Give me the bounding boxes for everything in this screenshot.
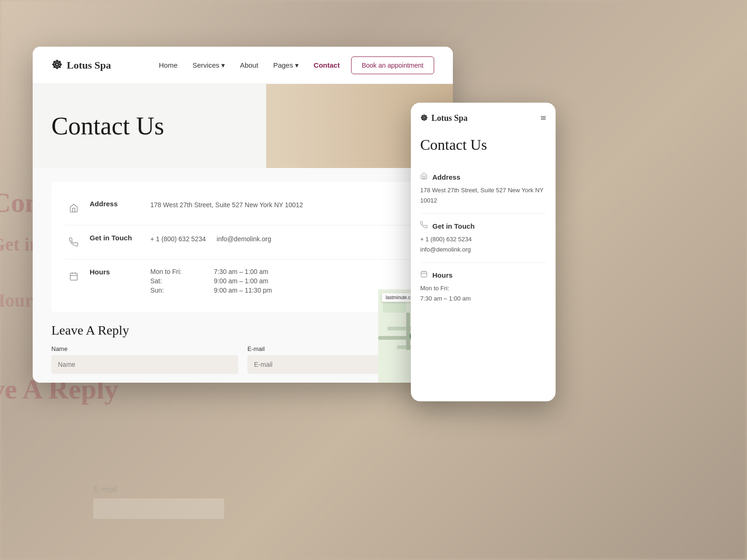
mobile-hero-title: Contact Us	[420, 136, 546, 154]
address-row: Address 178 West 27th Street, Suite 527 …	[65, 191, 420, 225]
hours-monfri-time: 7:30 am – 1:00 am	[214, 268, 272, 275]
hours-sat-label: Sat:	[150, 277, 206, 285]
svg-rect-8	[406, 313, 410, 350]
mobile-clock-icon	[420, 270, 428, 280]
nav-link-contact[interactable]: Contact	[314, 61, 340, 69]
nav-bar: ☸ Lotus Spa Home Services ▾ About Pages …	[33, 47, 453, 84]
name-field-group: Name	[51, 345, 238, 374]
mobile-logo[interactable]: ☸ Lotus Spa	[420, 113, 468, 123]
mobile-phone-value: + 1 (800) 632 5234	[420, 234, 546, 245]
get-in-touch-label: Get in Touch	[90, 234, 150, 242]
nav-item-services[interactable]: Services ▾	[192, 61, 225, 70]
mobile-hours-label: Hours	[432, 271, 452, 279]
svg-rect-0	[70, 273, 78, 280]
hours-sat-time: 9:00 am – 1:00 am	[214, 277, 272, 285]
mobile-logo-text: Lotus Spa	[431, 113, 468, 123]
mobile-lotus-icon: ☸	[420, 113, 428, 123]
mobile-nav: ☸ Lotus Spa ≡	[411, 103, 556, 132]
hamburger-menu-icon[interactable]: ≡	[541, 112, 546, 124]
nav-link-home[interactable]: Home	[159, 61, 177, 69]
phone-icon	[65, 234, 82, 251]
mobile-get-in-touch-header: Get in Touch	[420, 221, 546, 231]
hero-section: Contact Us	[33, 84, 453, 168]
hours-sun-time: 9:00 am – 11:30 pm	[214, 287, 272, 294]
mobile-get-in-touch-label: Get in Touch	[432, 222, 475, 230]
mobile-window: ☸ Lotus Spa ≡ Contact Us Address 178 Wes…	[411, 103, 556, 401]
svg-rect-13	[421, 272, 427, 277]
hours-row: Hours Mon to Fri: 7:30 am – 1:00 am Sat:…	[65, 259, 420, 302]
mobile-hours-header: Hours	[420, 270, 546, 280]
nav-link-services[interactable]: Services ▾	[192, 61, 225, 69]
nav-logo-text: Lotus Spa	[67, 59, 111, 71]
mobile-get-in-touch-row: Get in Touch + 1 (800) 632 5234 info@dem…	[420, 214, 546, 263]
mobile-home-icon	[420, 172, 428, 182]
hero-title: Contact Us	[51, 112, 164, 140]
nav-logo[interactable]: ☸ Lotus Spa	[51, 58, 111, 72]
home-icon	[65, 200, 82, 217]
mobile-address-header: Address	[420, 172, 546, 182]
clock-icon	[65, 268, 82, 285]
nav-item-contact[interactable]: Contact	[314, 61, 340, 70]
leave-reply-title: Leave A Reply	[51, 323, 434, 338]
get-in-touch-row: Get in Touch + 1 (800) 632 5234 info@dem…	[65, 225, 420, 259]
address-label: Address	[90, 200, 150, 208]
book-appointment-button[interactable]: Book an appointment	[351, 56, 434, 74]
mobile-content: Address 178 West 27th Street, Suite 527 …	[411, 165, 556, 401]
hours-sun-label: Sun:	[150, 287, 206, 294]
mobile-address-label: Address	[432, 173, 460, 181]
mobile-address-row: Address 178 West 27th Street, Suite 527 …	[420, 165, 546, 214]
nav-item-home[interactable]: Home	[159, 61, 177, 70]
hours-grid: Mon to Fri: 7:30 am – 1:00 am Sat: 9:00 …	[150, 268, 272, 294]
nav-link-pages[interactable]: Pages ▾	[273, 61, 299, 69]
address-value: 178 West 27th Street, Suite 527 New York…	[150, 200, 303, 210]
lotus-icon: ☸	[51, 58, 62, 72]
nav-item-about[interactable]: About	[240, 61, 258, 70]
desktop-window: ☸ Lotus Spa Home Services ▾ About Pages …	[33, 47, 453, 383]
leave-reply-section: Leave A Reply Name E-mail	[51, 323, 434, 374]
hours-label: Hours	[90, 268, 150, 276]
nav-links: Home Services ▾ About Pages ▾ Contact	[159, 61, 339, 70]
nav-link-about[interactable]: About	[240, 61, 258, 69]
phone-value: + 1 (800) 632 5234	[150, 235, 206, 243]
get-in-touch-value: + 1 (800) 632 5234 info@demolink.org	[150, 234, 271, 244]
mobile-address-value: 178 West 27th Street, Suite 527 New York…	[420, 185, 546, 206]
hours-monfri-label: Mon to Fri:	[150, 268, 206, 275]
bg-ghost-form: E-mail	[93, 485, 224, 523]
contact-info-section: Address 178 West 27th Street, Suite 527 …	[51, 182, 434, 312]
mobile-hours-monfri-time: 7:30 am – 1:00 am	[420, 294, 546, 304]
form-row: Name E-mail	[51, 345, 434, 374]
email-value: info@demolink.org	[217, 235, 271, 243]
nav-item-pages[interactable]: Pages ▾	[273, 61, 299, 70]
mobile-phone-icon	[420, 221, 428, 231]
mobile-hours-row: Hours Mon to Fri: 7:30 am – 1:00 am	[420, 263, 546, 311]
mobile-hero: Contact Us	[411, 132, 556, 165]
name-label: Name	[51, 345, 238, 352]
mobile-hours-monfri: Mon to Fri:	[420, 283, 546, 294]
name-input[interactable]	[51, 355, 238, 374]
mobile-email-value: info@demolink.org	[420, 245, 546, 255]
